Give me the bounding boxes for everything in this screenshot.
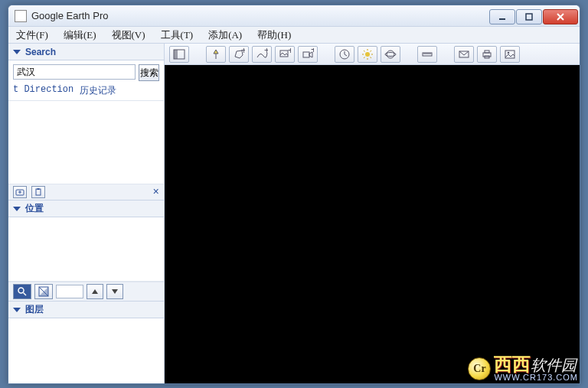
close-button[interactable]: [543, 9, 578, 24]
magnifier-icon: [17, 286, 28, 297]
add-polygon-button[interactable]: +: [229, 46, 249, 63]
application-window: Google Earth Pro 文件(F) 编辑(E) 视图(V) 工具(T)…: [8, 5, 580, 384]
opacity-down-button[interactable]: [106, 284, 123, 299]
clipboard-icon: [34, 187, 43, 197]
window-controls: [488, 8, 580, 24]
svg-point-5: [18, 288, 24, 293]
pushpin-icon: [210, 48, 222, 60]
menu-edit[interactable]: 编辑(E): [59, 27, 101, 44]
places-panel-title: 位置: [25, 202, 44, 215]
svg-point-25: [508, 51, 510, 54]
record-tour-button[interactable]: +: [298, 46, 318, 63]
clock-icon: [338, 48, 351, 60]
minimize-button[interactable]: [489, 9, 515, 24]
watermark-text: 西 西 软件园 WWW.CR173.COM: [494, 355, 578, 382]
watermark-badge: Cr: [468, 357, 491, 380]
opacity-icon: [38, 286, 49, 297]
watermark-url: WWW.CR173.COM: [494, 373, 578, 382]
svg-point-16: [365, 52, 370, 57]
search-panel-body: 搜索 t Direction 历史记录: [8, 60, 164, 101]
collapse-icon: [13, 207, 21, 211]
svg-text:+: +: [288, 48, 291, 56]
svg-text:+: +: [264, 48, 268, 56]
copy-results-button[interactable]: [31, 186, 45, 198]
svg-rect-3: [36, 189, 41, 195]
close-icon: [556, 12, 565, 21]
ruler-icon: [421, 48, 433, 60]
toolbar: + + + +: [165, 44, 580, 65]
window-title: Google Earth Pro: [31, 10, 108, 21]
historical-imagery-button[interactable]: [335, 46, 354, 63]
svg-point-17: [387, 51, 394, 58]
save-image-icon: [504, 48, 516, 60]
titlebar: Google Earth Pro: [8, 5, 580, 27]
ruler-button[interactable]: [417, 46, 437, 63]
places-panel-body: [8, 217, 164, 282]
svg-text:+: +: [311, 48, 314, 55]
maximize-icon: [524, 12, 534, 21]
planet-icon: [384, 48, 397, 60]
map-viewport[interactable]: Cr 西 西 软件园 WWW.CR173.COM: [165, 65, 580, 383]
add-placemark-button[interactable]: [206, 46, 226, 63]
app-icon: [15, 10, 27, 22]
clear-results-button[interactable]: ×: [153, 186, 159, 198]
minimize-icon: [498, 12, 507, 21]
menu-help[interactable]: 帮助(H): [253, 27, 296, 44]
get-directions-link[interactable]: t Direction: [13, 84, 74, 97]
watermark-suffix: 软件园: [531, 357, 577, 373]
search-button[interactable]: 搜索: [139, 64, 159, 81]
search-panel-header[interactable]: Search: [8, 44, 164, 60]
history-link[interactable]: 历史记录: [80, 84, 116, 97]
folder-plus-icon: [15, 187, 24, 197]
maximize-button[interactable]: [516, 9, 542, 24]
layers-panel-body: [8, 318, 164, 383]
search-links: t Direction 历史记录: [13, 84, 159, 97]
menu-file[interactable]: 文件(F): [11, 27, 53, 44]
layers-panel-title: 图层: [25, 303, 44, 316]
places-panel-header[interactable]: 位置: [8, 201, 164, 217]
search-input[interactable]: [13, 64, 136, 80]
sunlight-button[interactable]: [358, 46, 377, 63]
adjust-opacity-button[interactable]: [34, 284, 53, 299]
menu-tools[interactable]: 工具(T): [156, 27, 198, 44]
watermark-char-2: 西: [512, 355, 531, 373]
opacity-value-field[interactable]: [56, 285, 83, 298]
body: Search 搜索 t Direction 历史记录: [8, 44, 580, 383]
watermark: Cr 西 西 软件园 WWW.CR173.COM: [468, 355, 578, 382]
print-icon: [481, 48, 493, 60]
email-button[interactable]: [454, 46, 474, 63]
stage: + + + +: [165, 44, 580, 383]
search-panel-title: Search: [25, 47, 56, 57]
hide-sidebar-button[interactable]: [169, 46, 189, 63]
planets-button[interactable]: [381, 46, 400, 63]
places-footer: [8, 282, 164, 302]
svg-rect-4: [38, 188, 40, 190]
collapse-icon: [13, 50, 21, 54]
polygon-icon: +: [233, 48, 245, 60]
opacity-up-button[interactable]: [87, 284, 103, 299]
svg-rect-0: [499, 18, 505, 20]
collapse-icon: [13, 308, 21, 312]
search-row: 搜索: [13, 64, 159, 81]
tour-search-button[interactable]: [13, 284, 31, 299]
layers-panel-header[interactable]: 图层: [8, 302, 164, 318]
add-path-button[interactable]: +: [252, 46, 272, 63]
image-overlay-icon: +: [279, 48, 291, 60]
add-image-overlay-button[interactable]: +: [275, 46, 295, 63]
search-results: [8, 101, 164, 184]
arrow-up-icon: [91, 288, 99, 295]
sun-icon: [361, 48, 374, 60]
svg-text:+: +: [241, 48, 245, 56]
save-image-button[interactable]: [500, 46, 520, 63]
menu-add[interactable]: 添加(A): [204, 27, 247, 44]
path-icon: +: [256, 48, 268, 60]
svg-rect-8: [174, 50, 178, 59]
save-to-places-button[interactable]: [13, 186, 27, 198]
print-button[interactable]: [477, 46, 497, 63]
svg-rect-22: [485, 51, 489, 53]
menubar: 文件(F) 编辑(E) 视图(V) 工具(T) 添加(A) 帮助(H): [8, 27, 580, 44]
search-footer: ×: [8, 184, 164, 201]
menu-view[interactable]: 视图(V): [107, 27, 150, 44]
sidebar-icon: [173, 48, 185, 60]
svg-rect-13: [303, 52, 309, 57]
